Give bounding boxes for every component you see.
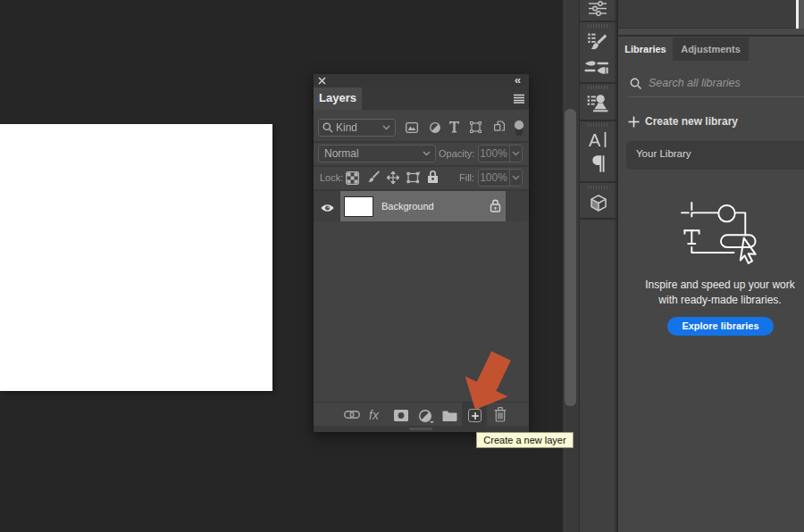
svg-text:A: A — [589, 130, 601, 148]
